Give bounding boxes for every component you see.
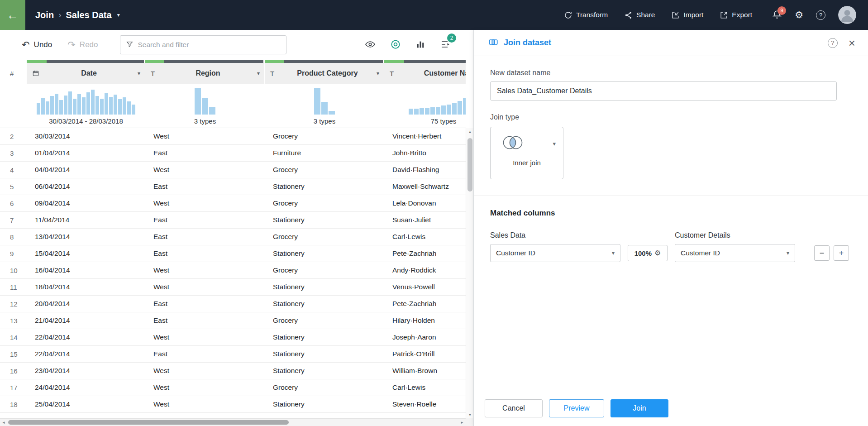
user-avatar[interactable]	[838, 6, 856, 24]
table-row[interactable]: 813/04/2014EastGroceryCarl·Lewis	[0, 229, 466, 245]
redo-button[interactable]: ↷ Redo	[67, 39, 98, 50]
table-row[interactable]: 1825/04/2014WestStationerySteven·Roelle	[0, 396, 466, 413]
share-label: Share	[636, 11, 655, 19]
column-headers: Date▾TRegion▾TProduct Category▾TCustomer…	[27, 63, 466, 84]
table-row[interactable]: 1623/04/2014WestStationeryWilliam·Brown	[0, 363, 466, 379]
table-row[interactable]: 1220/04/2014EastStationeryPete·Zachriah	[0, 296, 466, 312]
histogram-bar	[123, 97, 126, 115]
quality-bar-customer-na	[384, 60, 466, 63]
left-join-column-select[interactable]: Customer ID ▾	[490, 244, 620, 262]
applied-steps-button[interactable]: 2	[440, 39, 451, 51]
top-navbar: ← Join › Sales Data ▾ TransformShareImpo…	[0, 0, 868, 30]
column-histograms: 30/03/2014 - 28/03/20183 types3 types75 …	[27, 84, 466, 128]
bar-chart-icon	[415, 39, 425, 51]
add-match-button[interactable]: +	[834, 245, 849, 261]
table-cell: 04/04/2014	[27, 166, 145, 174]
table-cell: Lela·Donovan	[384, 199, 466, 207]
chevron-down-icon[interactable]: ▾	[553, 140, 556, 147]
preview-button[interactable]: Preview	[549, 399, 604, 417]
vertical-scrollbar[interactable]: ▲ ▼	[466, 128, 473, 418]
avatar-image	[838, 19, 856, 24]
table-row[interactable]: 230/03/2014WestGroceryVincent·Herbert	[0, 128, 466, 145]
match-settings-gear-icon[interactable]: ⚙	[654, 249, 661, 257]
transform-button[interactable]: Transform	[564, 11, 608, 19]
horizontal-scrollbar[interactable]: ◄ ►	[0, 418, 466, 426]
table-row[interactable]: 301/04/2014EastFurnitureJohn·Britto	[0, 145, 466, 162]
scroll-left-icon[interactable]: ◄	[0, 419, 7, 426]
search-input[interactable]	[138, 41, 281, 49]
breadcrumb-root[interactable]: Join	[35, 10, 54, 20]
table-row[interactable]: 1016/04/2014WestGroceryAndy·Roddick	[0, 262, 466, 279]
export-button[interactable]: Export	[720, 11, 752, 19]
column-menu-caret-icon[interactable]: ▾	[377, 70, 379, 77]
export-label: Export	[732, 11, 752, 19]
table-cell: West	[145, 132, 265, 140]
right-join-column-select[interactable]: Customer ID ▾	[675, 244, 795, 262]
scroll-right-icon[interactable]: ►	[458, 419, 466, 426]
table-row[interactable]: 1422/04/2014WestStationeryJoseph·Aaron	[0, 329, 466, 346]
horizontal-scroll-thumb[interactable]	[8, 420, 289, 425]
table-row[interactable]: 19	[0, 413, 466, 418]
import-button[interactable]: Import	[671, 11, 703, 19]
table-cell: 09/04/2014	[27, 199, 145, 207]
histogram-bars	[195, 87, 215, 115]
table-row[interactable]: 711/04/2014EastStationerySusan·Juliet	[0, 212, 466, 229]
table-cell: West	[145, 166, 265, 174]
column-name: Customer Na	[398, 69, 466, 77]
transform-label: Transform	[576, 11, 608, 19]
histogram-bar	[452, 103, 457, 115]
undo-button[interactable]: ↶ Undo	[22, 39, 52, 50]
table-row[interactable]: 1724/04/2014WestGroceryCarl·Lewis	[0, 379, 466, 396]
grid-rows: 230/03/2014WestGroceryVincent·Herbert301…	[0, 128, 466, 418]
share-button[interactable]: Share	[624, 11, 655, 19]
column-header-customer-na[interactable]: TCustomer Na▾	[384, 63, 466, 84]
new-dataset-name-input[interactable]	[490, 81, 837, 101]
panel-close-button[interactable]: ×	[849, 37, 855, 49]
view-icon-cluster: 2	[365, 39, 460, 51]
join-button[interactable]: Join	[610, 399, 668, 417]
table-row[interactable]: 609/04/2014WestGroceryLela·Donovan	[0, 195, 466, 212]
table-row[interactable]: 1118/04/2014WestStationeryVenus·Powell	[0, 279, 466, 296]
settings-button[interactable]: ⚙	[795, 10, 803, 20]
cancel-button[interactable]: Cancel	[485, 399, 543, 417]
vertical-scroll-thumb[interactable]	[467, 138, 472, 191]
eye-icon	[365, 39, 376, 51]
back-button[interactable]: ←	[0, 0, 25, 30]
table-cell: 23/04/2014	[27, 367, 145, 375]
histogram-bar	[114, 95, 117, 115]
table-cell: Grocery	[265, 383, 384, 392]
import-label: Import	[683, 11, 703, 19]
column-histogram-product-category[interactable]: 3 types	[265, 84, 384, 128]
column-header-product-category[interactable]: TProduct Category▾	[265, 63, 384, 84]
transform-icon	[564, 11, 572, 19]
column-header-date[interactable]: Date▾	[27, 63, 145, 84]
column-histogram-customer-na[interactable]: 75 types	[384, 84, 466, 128]
table-cell: Carl·Lewis	[384, 383, 466, 392]
scroll-up-icon[interactable]: ▲	[466, 128, 474, 135]
column-histogram-region[interactable]: 3 types	[145, 84, 265, 128]
column-stats-button[interactable]	[415, 39, 425, 51]
table-row[interactable]: 1522/04/2014EastStationeryPatrick·O'Bril…	[0, 346, 466, 363]
preview-visibility-button[interactable]	[365, 39, 376, 51]
breadcrumb-current[interactable]: Sales Data	[66, 10, 111, 20]
column-menu-caret-icon[interactable]: ▾	[138, 70, 140, 77]
column-header-region[interactable]: TRegion▾	[145, 63, 265, 84]
chevron-down-icon[interactable]: ▾	[117, 12, 120, 18]
help-button[interactable]: ?	[816, 10, 825, 20]
column-histogram-date[interactable]: 30/03/2014 - 28/03/2018	[27, 84, 145, 128]
remove-match-button[interactable]: −	[814, 245, 830, 261]
table-row[interactable]: 404/04/2014WestGroceryDavid·Flashing	[0, 162, 466, 178]
panel-help-button[interactable]: ?	[828, 38, 838, 48]
histogram-bar	[86, 92, 90, 115]
join-type-selector[interactable]: ▾ Inner join	[490, 127, 563, 179]
matched-columns-row: Customer ID ▾ 100% ⚙ Customer ID ▾ − +	[490, 244, 851, 262]
histogram-bar	[109, 97, 113, 115]
table-row[interactable]: 915/04/2014EastStationeryPete·Zachriah	[0, 245, 466, 262]
column-menu-caret-icon[interactable]: ▾	[257, 70, 260, 77]
histogram-bar	[77, 94, 81, 115]
scroll-down-icon[interactable]: ▼	[466, 411, 474, 418]
table-row[interactable]: 1321/04/2014EastGroceryHilary·Holden	[0, 312, 466, 329]
data-quality-button[interactable]	[390, 39, 401, 51]
notifications-button[interactable]: 9	[772, 10, 782, 21]
table-row[interactable]: 506/04/2014EastStationeryMaxwell·Schwart…	[0, 178, 466, 195]
